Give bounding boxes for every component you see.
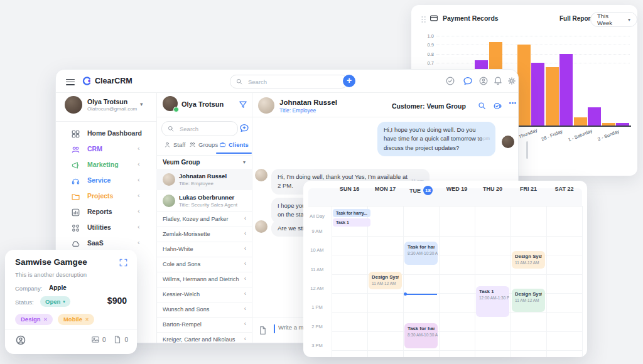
tab-staff[interactable]: Staff <box>164 141 185 148</box>
company-row[interactable]: Kessier-Welch‹ <box>156 287 252 302</box>
remove-tag-icon[interactable]: × <box>85 316 89 323</box>
calendar-panel: SUN 16MON 17TUE18WED 19THU 20FRI 21SAT 2… <box>303 181 587 357</box>
peer-avatar[interactable] <box>258 97 274 114</box>
calendar-event[interactable]: Design System11 AM-12 AM <box>369 272 402 289</box>
remove-tag-icon[interactable]: × <box>44 316 47 323</box>
sidebar-item-home-dashboard[interactable]: Home Dashboard <box>56 126 156 142</box>
sidebar-item-label: Reports <box>87 208 112 215</box>
megaphone-icon <box>71 161 80 170</box>
gear-icon[interactable] <box>507 76 517 86</box>
divider <box>5 329 137 329</box>
group-header-row[interactable]: Veum Group ▾ <box>156 155 252 169</box>
calendar-day-1[interactable]: MON 17 <box>367 186 403 192</box>
scrollbar-thumb[interactable] <box>526 141 528 159</box>
check-circle-icon[interactable] <box>445 76 455 86</box>
more-options-icon[interactable]: ⋯ <box>509 99 517 108</box>
divider <box>252 92 252 343</box>
company-row[interactable]: Willms, Hermann and Dietrich‹ <box>156 272 252 287</box>
calendar-day-6[interactable]: SAT 22 <box>546 186 582 192</box>
user-avatar[interactable] <box>65 96 82 114</box>
bar-orange[interactable] <box>574 117 587 126</box>
calendar-event[interactable]: Task 112:00 AM-1:30 PM <box>476 286 509 317</box>
company-row[interactable]: Hahn-White‹ <box>156 242 252 257</box>
bar-orange[interactable] <box>517 45 531 126</box>
grid-line <box>475 206 475 357</box>
tab-groups[interactable]: Groups <box>189 141 218 148</box>
sidebar-item-label: Service <box>87 176 111 184</box>
bell-icon[interactable] <box>493 76 503 86</box>
filter-icon[interactable] <box>238 100 248 110</box>
all-day-event[interactable]: Task 1 <box>333 218 370 227</box>
attach-file-icon[interactable] <box>258 326 267 335</box>
contact-row[interactable]: Johnatan RusselTitle: Employee <box>156 169 252 190</box>
calendar-day-4[interactable]: THU 20 <box>475 186 511 192</box>
sidebar-item-projects[interactable]: Projects‹ <box>56 189 156 205</box>
new-chat-icon[interactable] <box>239 123 249 133</box>
peer-avatar-small <box>255 169 267 181</box>
contact-icon[interactable] <box>478 76 489 86</box>
company-row[interactable]: Wunsch and Sons‹ <box>156 302 252 317</box>
grid-line <box>332 236 582 237</box>
calendar-event[interactable]: Design System11 AM-12 AM <box>512 251 545 269</box>
app-name: ClearCRM <box>95 77 132 85</box>
message-time: 11 pm <box>477 136 490 142</box>
sidebar-item-utilities[interactable]: Utilities‹ <box>56 220 156 236</box>
expand-icon[interactable] <box>119 258 128 267</box>
tag-design[interactable]: Design× <box>15 314 53 325</box>
dotsgrid-icon <box>71 223 80 233</box>
chat-search-icon[interactable] <box>477 101 487 110</box>
sidebar-item-crm[interactable]: CRM‹ <box>56 142 156 158</box>
gridline <box>436 54 630 55</box>
calendar-day-5[interactable]: FRI 21 <box>511 186 546 192</box>
global-search-input[interactable] <box>247 78 342 86</box>
calendar-event[interactable]: Task for harry...8:30 AM-10:30 AM <box>404 242 438 265</box>
calendar-event[interactable]: Design System11 AM-12 AM <box>512 289 545 312</box>
add-button[interactable]: + <box>343 75 355 87</box>
status-badge[interactable]: Open ▾ <box>40 296 70 307</box>
read-status-icon[interactable] <box>493 101 503 111</box>
company-row[interactable]: Cole and Sons‹ <box>156 257 252 272</box>
company-row[interactable]: Barton-Rempel‹ <box>156 317 252 332</box>
contacts-tabs: StaffGroupsClients <box>156 141 252 154</box>
search-icon <box>167 125 175 132</box>
contacts-search[interactable] <box>161 121 238 136</box>
sidebar-item-reports[interactable]: Reports‹ <box>56 205 156 220</box>
calendar-day-2[interactable]: TUE18 <box>403 186 439 195</box>
company-row[interactable]: Flatley, Kozey and Parker‹ <box>156 211 252 227</box>
calendar-event[interactable]: Task for harry...8:30 AM-10:30 AM <box>404 323 438 348</box>
event-title: Task for harry... <box>408 326 435 331</box>
tab-clients[interactable]: Clients <box>219 141 249 148</box>
people-icon <box>71 145 80 154</box>
deal-card: Samwise Gamgee This is another descrupti… <box>5 250 137 354</box>
global-search[interactable] <box>230 75 348 88</box>
contact-owner-name: Olya Trotsun <box>181 100 224 108</box>
tab-label: Staff <box>173 141 185 148</box>
menu-icon[interactable] <box>66 77 75 87</box>
chat-bubble-icon[interactable] <box>463 76 473 86</box>
bar-orange[interactable] <box>546 67 559 126</box>
calendar-day-0[interactable]: SUN 16 <box>332 186 367 192</box>
company-value: Apple <box>49 284 67 291</box>
chevron-down-icon[interactable]: ▾ <box>140 101 143 107</box>
assignee-icon[interactable] <box>15 335 26 346</box>
bar-purple[interactable] <box>588 107 601 126</box>
sidebar-item-service[interactable]: Service‹ <box>56 173 156 189</box>
bar-orange[interactable] <box>602 123 615 126</box>
company-row[interactable]: Zemlak-Morissette‹ <box>156 227 252 242</box>
company-row[interactable]: Kreiger, Carter and Nikolaus‹ <box>156 332 252 347</box>
contact-row[interactable]: Lukas OberbrunnerTitle: Security Sales A… <box>156 190 252 211</box>
calendar-day-3[interactable]: WED 19 <box>439 186 475 192</box>
chevron-left-icon: ‹ <box>138 160 140 168</box>
tag-mobile[interactable]: Mobile× <box>58 314 94 325</box>
bar-purple[interactable] <box>559 54 573 126</box>
selected-date-badge: 18 <box>423 186 433 195</box>
sidebar-item-marketing[interactable]: Marketing‹ <box>56 158 156 173</box>
sender-avatar <box>502 136 514 148</box>
avatar <box>163 173 175 186</box>
divider <box>56 121 156 122</box>
grid-line <box>582 206 583 357</box>
bar-purple[interactable] <box>531 63 544 126</box>
all-day-event[interactable]: Task for harry... <box>333 209 370 217</box>
contacts-search-input[interactable] <box>178 125 232 133</box>
person-icon <box>164 141 171 148</box>
